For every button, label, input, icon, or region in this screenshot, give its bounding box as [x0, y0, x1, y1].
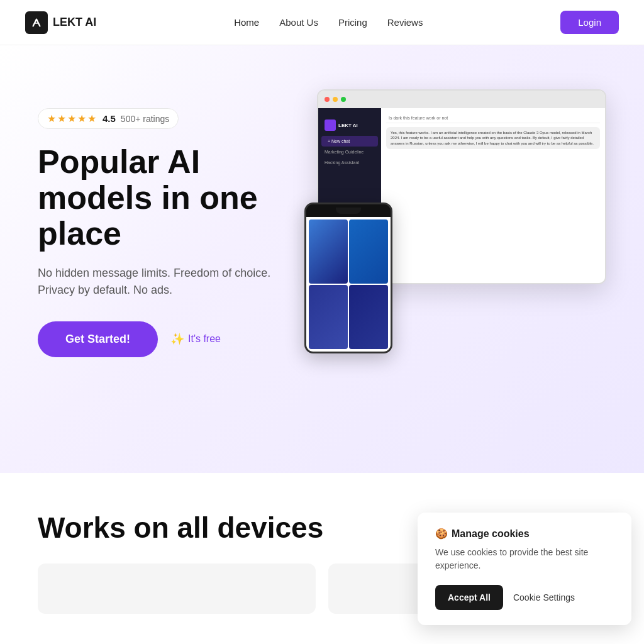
cookie-icon: 🍪 — [435, 528, 448, 540]
hero-subtitle: No hidden message limits. Freedom of cho… — [38, 265, 304, 299]
logo-text: LEKT AI — [53, 16, 96, 29]
nav-about[interactable]: About Us — [279, 17, 318, 28]
cta-row: Get Started! ✨ It's free — [38, 321, 304, 357]
rating-count: 500+ ratings — [121, 114, 169, 124]
mobile-body — [306, 217, 391, 352]
app-main: Is dark this feature work or not Yes, th… — [381, 108, 605, 283]
hero-section: ★★★★★ 4.5 500+ ratings Popular AI models… — [0, 45, 644, 473]
mobile-img-3 — [309, 285, 348, 349]
login-button[interactable]: Login — [560, 11, 619, 34]
hero-title: Popular AI models in one place — [38, 144, 304, 252]
accept-cookies-button[interactable]: Accept All — [435, 585, 503, 610]
window-minimize-dot — [333, 97, 338, 102]
free-label: It's free — [188, 333, 221, 345]
navbar: LEKT AI Home About Us Pricing Reviews Lo… — [0, 0, 644, 45]
wand-icon: ✨ — [170, 332, 184, 346]
mobile-notch — [336, 208, 361, 214]
nav-reviews[interactable]: Reviews — [387, 17, 423, 28]
mobile-img-4 — [349, 285, 388, 349]
chat-message: Yes, this feature works. I am an artific… — [386, 127, 600, 149]
nav-home[interactable]: Home — [234, 17, 259, 28]
rating-badge: ★★★★★ 4.5 500+ ratings — [38, 108, 179, 129]
sidebar-marketing: Marketing Guideline — [318, 147, 381, 157]
mobile-screenshot — [304, 203, 392, 353]
mobile-img-2 — [349, 219, 388, 284]
hero-screenshot: LEKT AI + New chat Marketing Guideline H… — [304, 89, 606, 353]
cookie-title-text: Manage cookies — [452, 528, 530, 540]
rating-score: 4.5 — [103, 113, 116, 124]
sidebar-logo-box — [325, 119, 336, 131]
nav-pricing[interactable]: Pricing — [338, 17, 367, 28]
cookie-actions: Accept All Cookie Settings — [435, 585, 614, 610]
mobile-status-bar — [306, 204, 391, 217]
get-started-button[interactable]: Get Started! — [38, 321, 158, 357]
sidebar-new-chat: + New chat — [321, 136, 378, 147]
cookie-banner: 🍪 Manage cookies We use cookies to provi… — [418, 513, 631, 625]
chat-header: Is dark this feature work or not — [386, 113, 600, 123]
cookie-settings-button[interactable]: Cookie Settings — [513, 592, 575, 602]
nav-links: Home About Us Pricing Reviews — [234, 17, 423, 28]
window-maximize-dot — [341, 97, 346, 102]
logo[interactable]: LEKT AI — [25, 11, 96, 34]
window-close-dot — [325, 97, 330, 102]
cookie-title: 🍪 Manage cookies — [435, 528, 614, 540]
sidebar-brand: LEKT AI — [338, 123, 358, 128]
mobile-img-1 — [309, 219, 348, 284]
sidebar-hacking: Hacking Assistant — [318, 157, 381, 168]
free-indicator: ✨ It's free — [170, 332, 221, 346]
stars-icon: ★★★★★ — [47, 113, 97, 125]
cookie-description: We use cookies to provide the best site … — [435, 546, 614, 572]
device-card-1 — [38, 564, 316, 614]
window-bar — [318, 91, 605, 108]
logo-icon — [25, 11, 48, 34]
hero-content: ★★★★★ 4.5 500+ ratings Popular AI models… — [38, 96, 304, 357]
sidebar-logo: LEKT AI — [318, 114, 381, 136]
